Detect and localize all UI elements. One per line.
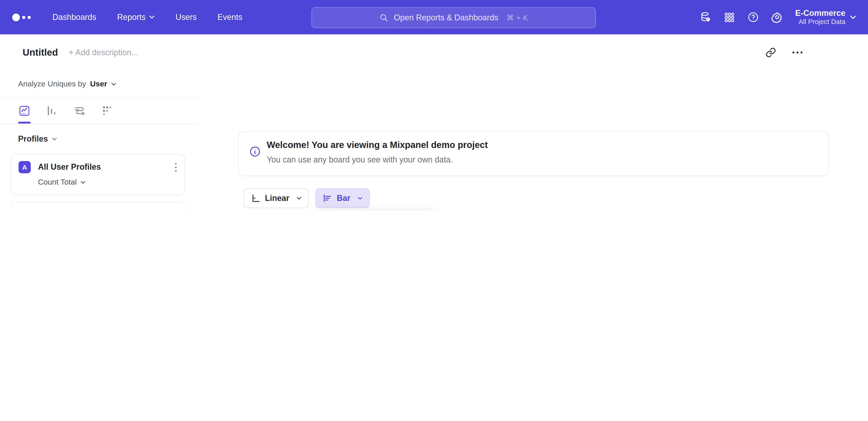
nav-item-dashboards[interactable]: Dashboards (53, 12, 96, 22)
report-toolbar: Untitled + Add description... Save (0, 34, 868, 71)
nav-item-users[interactable]: Users (176, 12, 197, 22)
nav-right-cluster: E-Commerce All Project Data (700, 0, 868, 34)
report-title[interactable]: Untitled (23, 34, 58, 71)
aggregation-dropdown[interactable]: Count Total (38, 178, 177, 187)
info-icon (249, 146, 261, 158)
scale-label: Linear (265, 193, 289, 203)
analyze-value-dropdown[interactable]: User (90, 80, 107, 89)
scale-selector-button[interactable]: Linear (244, 188, 309, 208)
analyze-uniques-row: Analyze Uniques by User (18, 80, 116, 89)
demo-banner: Welcome! You are viewing a Mixpanel demo… (238, 131, 829, 176)
report-canvas: Welcome! You are viewing a Mixpanel demo… (197, 71, 868, 210)
metric-card[interactable]: A All User Profiles Count Total (11, 154, 185, 195)
global-search-placeholder: Open Reports & Dashboards (394, 13, 498, 22)
metric-name[interactable]: All User Profiles (38, 162, 175, 172)
global-search-input[interactable]: Open Reports & Dashboards ⌘ + K (311, 7, 596, 28)
keyboard-shortcut-hint: ⌘ + K (506, 13, 528, 22)
profiles-section-header[interactable]: Profiles (18, 134, 57, 144)
settings-gear-icon[interactable] (771, 11, 783, 23)
nav-item-label: Reports (117, 12, 146, 22)
banner-title: Welcome! You are viewing a Mixpanel demo… (267, 140, 488, 150)
tab-insights[interactable] (18, 105, 31, 117)
mixpanel-app: Dashboards Reports Users Events Open Rep… (0, 0, 868, 210)
nav-item-label: Events (217, 12, 242, 22)
chevron-down-icon (297, 197, 302, 200)
chevron-down-icon (52, 138, 57, 141)
more-options-icon[interactable] (792, 51, 803, 54)
active-tab-indicator (18, 122, 31, 123)
chevron-down-icon (80, 181, 85, 184)
banner-subtitle: You can use any board you see with your … (267, 155, 453, 165)
project-scope: All Project Data (795, 18, 845, 26)
help-icon[interactable] (747, 11, 759, 23)
top-navbar: Dashboards Reports Users Events Open Rep… (0, 0, 868, 34)
bar-chart-icon (322, 193, 332, 203)
nav-menu: Dashboards Reports Users Events (53, 12, 242, 22)
project-name: E-Commerce (795, 8, 845, 18)
tab-flows[interactable] (73, 105, 86, 117)
add-metric-button[interactable]: + Add Metric (11, 202, 185, 210)
axis-icon (250, 193, 260, 203)
apps-grid-icon[interactable] (724, 11, 735, 23)
query-builder-sidebar: Analyze Uniques by User (0, 71, 198, 210)
search-icon (379, 13, 388, 22)
nav-item-label: Dashboards (53, 12, 96, 22)
tab-retention[interactable] (101, 105, 114, 117)
chart-type-button[interactable]: Bar (315, 188, 370, 208)
copy-link-icon[interactable] (765, 47, 776, 58)
aggregation-value: Count Total (38, 178, 76, 187)
metric-more-icon[interactable] (175, 162, 177, 172)
nav-item-reports[interactable]: Reports (117, 12, 155, 22)
data-management-icon[interactable] (700, 11, 712, 23)
tab-funnels[interactable] (45, 105, 58, 117)
chart-type-label: Bar (337, 193, 350, 203)
profiles-label: Profiles (18, 134, 48, 144)
chevron-down-icon (111, 83, 116, 86)
chevron-down-icon (149, 16, 155, 19)
metric-badge: A (19, 161, 31, 173)
nav-item-events[interactable]: Events (217, 12, 242, 22)
chevron-down-icon (850, 15, 856, 19)
builder-tabs (0, 97, 197, 124)
nav-item-label: Users (176, 12, 197, 22)
mixpanel-logo-icon[interactable] (12, 13, 31, 21)
analyze-label: Analyze Uniques by (18, 80, 86, 89)
project-selector[interactable]: E-Commerce All Project Data (795, 8, 856, 26)
add-description-button[interactable]: + Add description... (69, 34, 138, 71)
chevron-down-icon (358, 197, 363, 200)
